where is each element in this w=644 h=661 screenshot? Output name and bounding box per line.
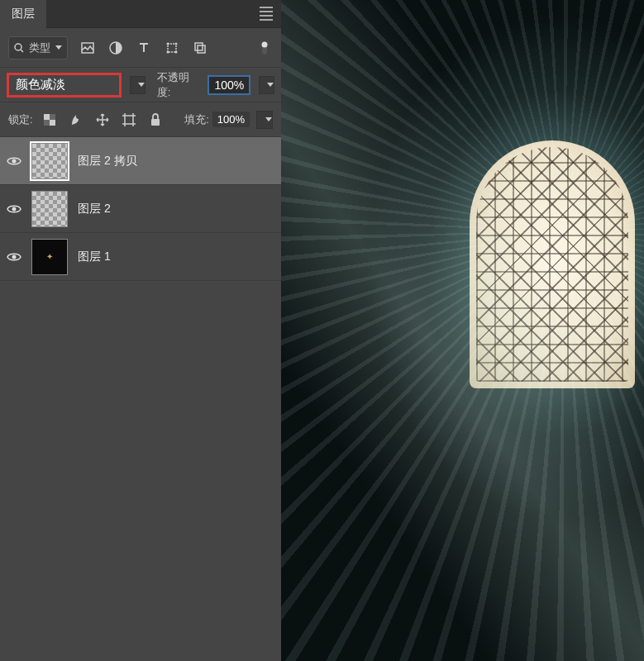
svg-rect-13 [44, 114, 50, 120]
svg-rect-26 [151, 119, 160, 126]
search-icon [14, 43, 24, 53]
blend-mode-dropdown[interactable]: 颜色减淡 [7, 73, 122, 97]
chevron-down-icon [138, 83, 145, 87]
layer-thumbnail[interactable] [31, 143, 68, 179]
fill-label: 填充: [184, 112, 209, 127]
panel-header: 图层 [0, 0, 281, 28]
lock-artboard-icon[interactable] [121, 112, 137, 128]
svg-point-27 [12, 159, 17, 163]
svg-rect-15 [50, 114, 55, 120]
panel-tab-layers[interactable]: 图层 [0, 0, 46, 28]
layer-thumbnail[interactable] [31, 191, 68, 227]
filter-type-dropdown[interactable]: 类型 [8, 36, 68, 59]
svg-rect-4 [168, 44, 176, 52]
blend-mode-value: 颜色减淡 [16, 77, 65, 93]
layer-row[interactable]: 图层 1 [0, 233, 281, 281]
filter-smart-icon[interactable] [192, 40, 208, 56]
layer-name-label[interactable]: 图层 2 拷贝 [78, 154, 137, 169]
svg-rect-16 [44, 120, 50, 126]
layer-filter-toolbar: 类型 [0, 28, 281, 68]
opacity-input[interactable]: 100% [208, 75, 250, 95]
lock-all-icon[interactable] [147, 112, 164, 128]
visibility-eye-icon[interactable] [7, 250, 21, 264]
svg-point-8 [175, 50, 178, 53]
svg-point-0 [15, 44, 21, 50]
svg-point-12 [262, 41, 268, 47]
fill-input[interactable]: 100% [212, 112, 250, 127]
fill-value-text: 100% [217, 113, 245, 126]
opacity-value: 100% [214, 78, 244, 92]
svg-point-29 [12, 254, 17, 259]
fill-caret[interactable] [256, 111, 273, 129]
filter-toggle-switch[interactable] [256, 40, 273, 56]
layer-name-label[interactable]: 图层 2 [78, 202, 111, 216]
lock-fill-toolbar: 锁定: 填充: 100% [0, 102, 281, 137]
svg-point-5 [167, 42, 169, 45]
layers-list: 图层 2 拷贝图层 2图层 1 [0, 137, 281, 661]
lock-position-icon[interactable] [94, 112, 111, 128]
chevron-down-icon [55, 45, 62, 50]
chevron-down-icon [265, 117, 272, 121]
lock-transparency-icon[interactable] [41, 112, 58, 128]
layers-panel: 图层 类型 颜色减淡 不透明度: 100% 锁定: [0, 0, 281, 661]
chevron-down-icon [267, 83, 274, 87]
light-rays [281, 0, 644, 661]
lock-icons-group [41, 112, 164, 128]
layer-row[interactable]: 图层 2 拷贝 [0, 137, 281, 185]
layer-row[interactable]: 图层 2 [0, 185, 281, 233]
svg-line-1 [21, 50, 23, 52]
svg-point-6 [175, 42, 178, 45]
visibility-eye-icon[interactable] [7, 202, 21, 216]
svg-rect-10 [198, 45, 205, 53]
svg-point-28 [12, 207, 17, 211]
svg-rect-9 [195, 43, 203, 50]
lock-label: 锁定: [8, 112, 33, 127]
blend-opacity-toolbar: 颜色减淡 不透明度: 100% [0, 68, 281, 102]
visibility-eye-icon[interactable] [7, 154, 21, 169]
filter-pixel-icon[interactable] [79, 40, 96, 56]
layer-thumbnail[interactable] [31, 239, 68, 275]
panel-menu-icon[interactable] [260, 7, 273, 21]
fill-group: 填充: 100% [184, 111, 273, 129]
filter-adjustment-icon[interactable] [107, 40, 124, 56]
filter-type-label: 类型 [29, 40, 50, 55]
layer-name-label[interactable]: 图层 1 [78, 250, 111, 264]
svg-rect-17 [125, 116, 133, 124]
blend-mode-caret[interactable] [130, 76, 145, 94]
svg-point-7 [167, 50, 169, 53]
lock-image-icon[interactable] [68, 112, 84, 128]
svg-rect-14 [50, 120, 55, 126]
canvas-preview [281, 0, 644, 661]
filter-shape-icon[interactable] [164, 40, 180, 56]
opacity-label: 不透明度: [157, 70, 200, 100]
filter-type-text-icon[interactable] [136, 40, 152, 56]
opacity-caret[interactable] [259, 76, 274, 94]
